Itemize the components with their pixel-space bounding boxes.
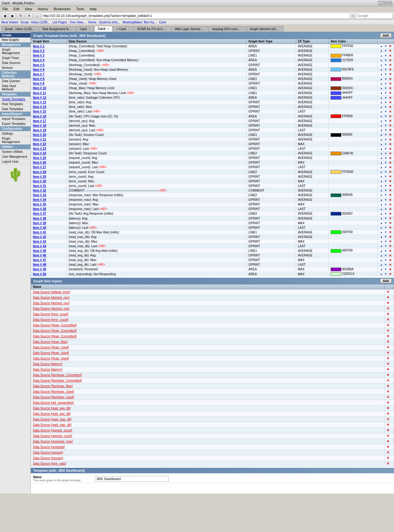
- move-up-icon[interactable]: ▲: [380, 44, 383, 48]
- tab-cacti-1[interactable]: Cacti ×: [76, 26, 94, 32]
- delete-icon[interactable]: ✕: [388, 221, 392, 225]
- delete-icon[interactable]: ✕: [388, 161, 392, 165]
- delete-icon[interactable]: ✕: [388, 189, 392, 192]
- input-link-22[interactable]: Data Source [read_avg_db]: [33, 412, 70, 415]
- sidebar-item-user-management[interactable]: User Management: [0, 154, 30, 159]
- move-up-icon[interactable]: ▲: [380, 230, 383, 234]
- input-delete-icon[interactable]: ✕: [387, 329, 389, 332]
- move-down-icon[interactable]: ▼: [384, 258, 388, 262]
- input-delete-icon[interactable]: ✕: [387, 323, 389, 327]
- search-bar[interactable]: [356, 13, 393, 19]
- delete-icon[interactable]: ✕: [388, 165, 392, 169]
- input-link-26[interactable]: Data Source [request_count]: [33, 434, 72, 438]
- item-link-48[interactable]: Item # 48: [33, 263, 46, 266]
- item-link-32[interactable]: Item # 32: [33, 189, 46, 192]
- delete-icon[interactable]: ✕: [388, 268, 392, 271]
- sidebar-item-data-sources[interactable]: Data Sources: [0, 61, 30, 66]
- delete-icon[interactable]: ✕: [388, 240, 392, 243]
- delete-icon[interactable]: ✕: [388, 244, 392, 248]
- input-delete-icon[interactable]: ✕: [387, 379, 389, 382]
- move-up-icon[interactable]: ▲: [380, 72, 383, 76]
- move-down-icon[interactable]: ▼: [384, 216, 388, 220]
- item-link-26[interactable]: Item # 26: [33, 161, 46, 164]
- delete-icon[interactable]: ✕: [388, 147, 392, 151]
- input-delete-icon[interactable]: ✕: [387, 334, 389, 338]
- move-down-icon[interactable]: ▼: [384, 86, 388, 90]
- home-button[interactable]: ⌂: [34, 13, 40, 18]
- move-up-icon[interactable]: ▲: [380, 212, 383, 216]
- move-up-icon[interactable]: ▲: [380, 63, 383, 67]
- move-up-icon[interactable]: ▲: [380, 272, 383, 276]
- move-down-icon[interactable]: ▼: [384, 156, 388, 160]
- delete-icon[interactable]: ✕: [388, 86, 392, 90]
- back-button[interactable]: ◀: [1, 13, 8, 18]
- move-down-icon[interactable]: ▼: [384, 82, 388, 85]
- item-link-22[interactable]: Item # 22: [33, 142, 46, 146]
- sidebar-item-logout[interactable]: Logout User: [0, 159, 30, 164]
- delete-icon[interactable]: ✕: [388, 101, 392, 104]
- item-link-21[interactable]: Item # 21: [33, 138, 46, 141]
- item-link-46[interactable]: Item # 46: [33, 254, 46, 257]
- item-link-43[interactable]: Item # 43: [33, 240, 46, 243]
- delete-icon[interactable]: ✕: [388, 68, 392, 71]
- item-link-44[interactable]: Item # 44: [33, 244, 46, 248]
- bookmark-list-pages[interactable]: List Pages - Tree View...: [52, 21, 86, 24]
- sidebar-item-plugin-management[interactable]: Plugin Management: [0, 136, 30, 145]
- item-link-30[interactable]: Item # 30: [33, 180, 46, 183]
- move-up-icon[interactable]: ▲: [380, 128, 383, 132]
- move-down-icon[interactable]: ▼: [384, 44, 388, 48]
- tab-cacti-2[interactable]: Cacti ×: [94, 26, 113, 32]
- input-delete-icon[interactable]: ✕: [387, 301, 389, 305]
- move-up-icon[interactable]: ▲: [380, 54, 383, 58]
- sidebar-item-settings[interactable]: Settings: [0, 131, 30, 136]
- input-link-21[interactable]: Data Source [read_avg_db]: [33, 407, 70, 410]
- item-link-18[interactable]: Item # 18: [33, 124, 46, 127]
- delete-icon[interactable]: ✕: [388, 249, 392, 253]
- move-down-icon[interactable]: ▼: [384, 193, 388, 197]
- input-delete-icon[interactable]: ✕: [387, 406, 389, 410]
- move-down-icon[interactable]: ▼: [384, 101, 388, 104]
- bookmark-home[interactable]: Home - Systems Infor...: [88, 21, 120, 24]
- item-link-31[interactable]: Item # 31: [33, 184, 46, 188]
- input-delete-icon[interactable]: ✕: [387, 423, 389, 427]
- item-link-23[interactable]: Item # 23: [33, 147, 46, 150]
- delete-icon[interactable]: ✕: [388, 193, 392, 197]
- move-up-icon[interactable]: ▲: [380, 124, 383, 127]
- move-down-icon[interactable]: ▼: [384, 175, 388, 178]
- item-link-11[interactable]: Item # 11: [33, 91, 46, 95]
- item-link-16[interactable]: Item # 16: [33, 115, 46, 118]
- item-link-17[interactable]: Item # 17: [33, 119, 46, 123]
- move-down-icon[interactable]: ▼: [384, 272, 388, 276]
- move-down-icon[interactable]: ▼: [384, 133, 388, 137]
- item-link-28[interactable]: Item # 28: [33, 170, 46, 174]
- move-down-icon[interactable]: ▼: [384, 268, 388, 271]
- item-link-38[interactable]: Item # 38: [33, 217, 46, 220]
- input-delete-icon[interactable]: ✕: [387, 390, 389, 393]
- move-down-icon[interactable]: ▼: [384, 170, 388, 174]
- tab-task[interactable]: Task Assignment fo... ×: [39, 26, 76, 32]
- item-link-40[interactable]: Item # 40: [33, 226, 46, 229]
- move-up-icon[interactable]: ▲: [380, 226, 383, 229]
- move-up-icon[interactable]: ▲: [380, 110, 383, 113]
- menu-view[interactable]: View: [24, 7, 34, 11]
- item-link-47[interactable]: Item # 47: [33, 258, 46, 262]
- sidebar-item-data-queries[interactable]: Data Queries: [0, 79, 30, 84]
- sidebar-item-data-templates[interactable]: Data Templates: [0, 107, 30, 112]
- input-link-19[interactable]: Data Source [Nonheap_Used]: [33, 395, 74, 399]
- input-delete-icon[interactable]: ✕: [387, 439, 389, 443]
- move-up-icon[interactable]: ▲: [380, 77, 383, 81]
- input-link-5[interactable]: Data Source [error_count]: [33, 318, 68, 321]
- move-up-icon[interactable]: ▲: [380, 152, 383, 155]
- input-delete-icon[interactable]: ✕: [387, 428, 389, 432]
- input-delete-icon[interactable]: ✕: [387, 312, 389, 316]
- delete-icon[interactable]: ✕: [388, 54, 392, 58]
- delete-icon[interactable]: ✕: [388, 156, 392, 160]
- sidebar-item-graph-trees[interactable]: Graph Trees: [0, 56, 30, 61]
- move-down-icon[interactable]: ▼: [384, 244, 388, 248]
- delete-icon[interactable]: ✕: [388, 77, 392, 81]
- move-down-icon[interactable]: ▼: [384, 263, 388, 267]
- move-up-icon[interactable]: ▲: [380, 240, 383, 243]
- item-link-24[interactable]: Item # 24: [33, 152, 46, 155]
- move-down-icon[interactable]: ▼: [384, 138, 388, 141]
- move-down-icon[interactable]: ▼: [384, 240, 388, 243]
